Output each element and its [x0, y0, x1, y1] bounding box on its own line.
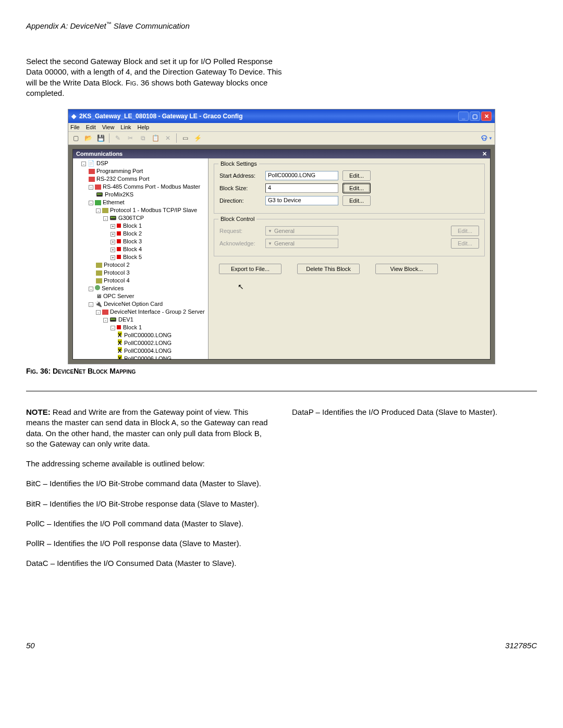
block-size-field[interactable]: 4: [265, 183, 338, 193]
paste-icon[interactable]: 📋: [150, 133, 161, 143]
app-window: ◆ 2KS_Gateway_LE_080108 - Gateway LE - G…: [68, 109, 495, 364]
lightning-icon[interactable]: ⚡: [192, 133, 203, 143]
minimize-button[interactable]: _: [458, 112, 469, 121]
menu-edit[interactable]: Edit: [86, 124, 96, 130]
toolbar: ▢ 📂 💾 ✎ ✂ ⧉ 📋 ✕ ▭ ⚡ ଡ ▼: [68, 132, 495, 145]
new-icon[interactable]: ▢: [70, 133, 81, 143]
page-footer: 50 312785C: [26, 641, 537, 650]
edit-direction-button[interactable]: Edit...: [342, 195, 371, 206]
menu-link[interactable]: Link: [120, 124, 131, 130]
block-size-label: Block Size:: [219, 185, 261, 191]
app-icon: ◆: [71, 113, 76, 120]
direction-label: Direction:: [219, 198, 261, 204]
intro-paragraph: Select the second Gateway Block and set …: [26, 56, 287, 98]
addressing-intro: The addressing scheme available is outli…: [26, 459, 271, 469]
delete-block-button[interactable]: Delete This Block: [297, 264, 360, 274]
def-datac: DataC – Identifies the I/O Consumed Data…: [26, 558, 271, 569]
menu-file[interactable]: File: [70, 124, 80, 130]
request-label: Request:: [219, 228, 261, 234]
menu-view[interactable]: View: [102, 124, 115, 130]
cut-icon[interactable]: ✂: [125, 133, 136, 143]
maximize-button[interactable]: ▢: [470, 112, 480, 121]
document-number: 312785C: [505, 641, 537, 650]
panel-header: Communications ✕: [73, 150, 490, 158]
close-button[interactable]: ✕: [481, 112, 492, 121]
block-settings-group: Block Settings Start Address: PollC00000…: [214, 164, 485, 214]
def-datap: DataP – Identifies the I/O Produced Data…: [292, 407, 537, 417]
copy-icon[interactable]: ⧉: [138, 133, 148, 143]
menu-bar: File Edit View Link Help: [68, 123, 495, 132]
acknowledge-label: Acknowledge:: [219, 240, 261, 246]
request-dropdown: ▼General: [265, 226, 338, 236]
acknowledge-dropdown: ▼General: [265, 239, 338, 248]
open-icon[interactable]: 📂: [83, 133, 93, 143]
detail-pane: Block Settings Start Address: PollC00000…: [209, 158, 490, 359]
def-pollr: PollR – Identifies the I/O Poll response…: [26, 538, 271, 549]
delete-icon[interactable]: ✕: [163, 133, 173, 143]
edit-start-button[interactable]: Edit...: [342, 170, 371, 181]
start-address-label: Start Address:: [219, 172, 261, 179]
figure-caption: Fig. 36: DeviceNet Block Mapping: [26, 367, 537, 375]
window-icon[interactable]: ▭: [180, 133, 190, 143]
edit-size-button[interactable]: Edit...: [342, 183, 371, 193]
view-block-button[interactable]: View Block...: [375, 264, 438, 274]
def-bitc: BitC – Identifies the I/O Bit-Strobe com…: [26, 478, 271, 489]
direction-field[interactable]: G3 to Device: [265, 196, 338, 205]
def-bitr: BitR – Identifies the I/O Bit-Strobe res…: [26, 499, 271, 509]
nav-tree[interactable]: -📄 DSP Programming Port RS-232 Comms Por…: [73, 158, 209, 359]
title-bar: ◆ 2KS_Gateway_LE_080108 - Gateway LE - G…: [68, 109, 495, 123]
window-title: 2KS_Gateway_LE_080108 - Gateway LE - Gra…: [79, 113, 242, 120]
menu-help[interactable]: Help: [138, 124, 150, 130]
help-icon[interactable]: ଡ: [481, 133, 487, 143]
help-dropdown-icon[interactable]: ▼: [488, 136, 493, 141]
block-control-group: Block Control Request: ▼General Edit... …: [214, 219, 485, 256]
export-button[interactable]: Export to File...: [219, 264, 282, 274]
edit-acknowledge-button: Edit...: [451, 238, 479, 249]
pencil-icon[interactable]: ✎: [113, 133, 123, 143]
start-address-field[interactable]: PollC00000.LONG: [265, 171, 338, 180]
panel-close-icon[interactable]: ✕: [482, 151, 487, 157]
page-number: 50: [26, 641, 35, 650]
note-paragraph: NOTE: Read and Write are from the Gatewa…: [26, 407, 271, 449]
page-header: Appendix A: DeviceNet™ Slave Communicati…: [26, 21, 537, 30]
def-pollc: PollC – Identifies the I/O Poll command …: [26, 519, 271, 529]
save-icon[interactable]: 💾: [95, 133, 106, 143]
edit-request-button: Edit...: [451, 226, 479, 236]
